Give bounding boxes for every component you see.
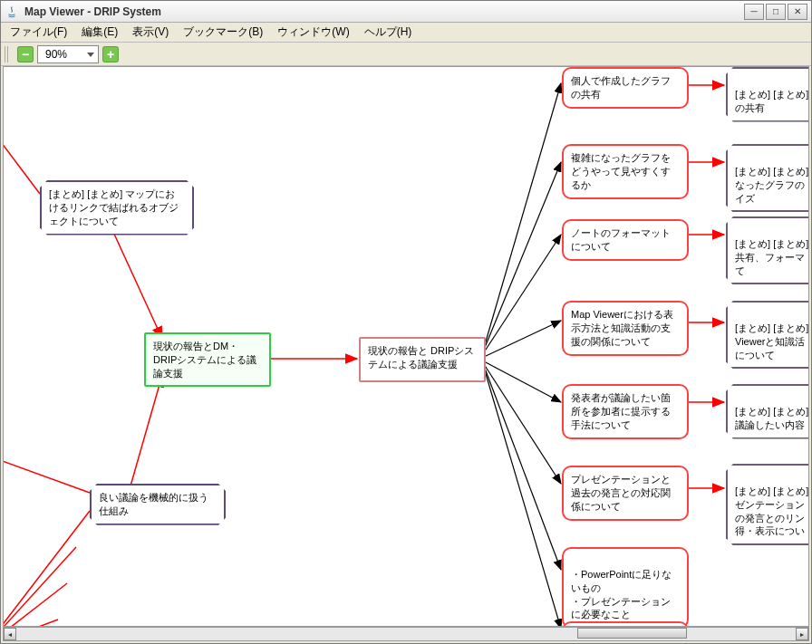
- node-text: 発表者が議論したい箇所を参加者に提示する手法について: [571, 392, 671, 430]
- svg-line-10: [484, 366, 561, 570]
- node-project-meeting[interactable]: プロジェクトミーティングにおけるDRIPシステム: [562, 621, 689, 627]
- node-text: 良い議論を機械的に扱う仕組み: [99, 492, 208, 516]
- node-mapviewer-display[interactable]: Map Viewerにおける表示方法と知識活動の支援の関係について: [562, 301, 689, 356]
- zoom-select[interactable]: 90%: [37, 45, 99, 63]
- node-text: [まとめ] [まとめ] Viewerと知識活 について: [735, 322, 808, 360]
- maximize-button[interactable]: □: [766, 4, 786, 20]
- menubar: ファイル(F) 編集(E) 表示(V) ブックマーク(B) ウィンドウ(W) ヘ…: [1, 23, 811, 43]
- node-text: プレゼンテーションと過去の発言との対応関係について: [571, 474, 671, 512]
- zoom-out-button[interactable]: −: [17, 46, 34, 62]
- node-good-discussion[interactable]: 良い議論を機械的に扱う仕組み: [90, 484, 226, 525]
- svg-line-4: [484, 83, 561, 348]
- close-button[interactable]: ✕: [788, 4, 807, 20]
- toolbar: − 90% +: [1, 43, 811, 66]
- svg-line-0: [4, 121, 40, 194]
- scroll-track[interactable]: [16, 628, 796, 640]
- node-summary-r10[interactable]: [まとめ] [まとめ] ゼンテーション の発言とのリン 得・表示につい: [726, 464, 809, 545]
- window-title: Map Viewer - DRIP System: [24, 5, 744, 18]
- node-text: 複雑になったグラフをどうやって見やすくするか: [571, 152, 671, 190]
- node-summary-r7[interactable]: [まとめ] [まとめ] 共有、フォーマ て: [726, 216, 809, 284]
- node-text: ・PowerPointに足りないもの ・プレゼンテーションに必要なこと: [571, 569, 672, 620]
- node-text: Map Viewerにおける表示方法と知識活動の支援の関係について: [571, 309, 673, 347]
- menu-window[interactable]: ウィンドウ(W): [274, 23, 353, 42]
- node-presentation-mapping[interactable]: プレゼンテーションと過去の発言との対応関係について: [562, 466, 689, 521]
- svg-line-11: [484, 368, 561, 626]
- svg-line-2: [126, 375, 162, 502]
- svg-line-7: [484, 321, 561, 357]
- titlebar: Map Viewer - DRIP System ─ □ ✕: [1, 1, 811, 23]
- node-text: [まとめ] [まとめ] ゼンテーション の発言とのリン 得・表示につい: [735, 485, 808, 537]
- menu-view[interactable]: 表示(V): [129, 23, 172, 42]
- node-text: ノートのフォーマットについて: [571, 227, 671, 252]
- scroll-thumb[interactable]: [577, 628, 686, 639]
- menu-bookmark[interactable]: ブックマーク(B): [179, 23, 266, 42]
- node-summary-r9[interactable]: [まとめ] [まとめ] 議論したい内容: [726, 384, 809, 439]
- node-share-graph[interactable]: 個人で作成したグラフの共有: [562, 67, 689, 109]
- node-text: 現状の報告と DRIPシステムによる議論支援: [368, 345, 474, 370]
- node-text: [まとめ] [まとめ] なったグラフの イズ: [735, 166, 808, 204]
- node-summary-r8[interactable]: [まとめ] [まとめ] Viewerと知識活 について: [726, 301, 809, 369]
- svg-line-8: [484, 361, 561, 402]
- svg-line-23: [4, 457, 90, 493]
- svg-line-21: [4, 620, 58, 626]
- node-presenter-topic[interactable]: 発表者が議論したい箇所を参加者に提示する手法について: [562, 384, 689, 439]
- node-text: 現状の報告とDM・DRIPシステムによる議論支援: [153, 341, 256, 379]
- hscrollbar[interactable]: ◂ ▸: [3, 627, 809, 641]
- node-summary-r5[interactable]: [まとめ] [まとめ] の共有: [726, 67, 809, 122]
- zoom-in-button[interactable]: +: [102, 46, 119, 62]
- node-powerpoint[interactable]: ・PowerPointに足りないもの ・プレゼンテーションに必要なこと: [562, 547, 689, 627]
- scroll-right-button[interactable]: ▸: [796, 628, 808, 640]
- node-green-report[interactable]: 現状の報告とDM・DRIPシステムによる議論支援: [144, 332, 271, 387]
- svg-line-5: [484, 162, 561, 350]
- toolbar-grip[interactable]: [5, 46, 10, 62]
- node-text: [まとめ] [まとめ] の共有: [735, 89, 808, 113]
- svg-line-20: [4, 583, 67, 626]
- zoom-value: 90%: [45, 48, 67, 61]
- node-summary-links[interactable]: [まとめ] [まとめ] マップにおけるリンクで結ばれるオブジェクトについて: [40, 180, 194, 235]
- minimize-button[interactable]: ─: [744, 4, 764, 20]
- node-complex-graph[interactable]: 複雑になったグラフをどうやって見やすくするか: [562, 144, 689, 199]
- node-summary-r6[interactable]: [まとめ] [まとめ] なったグラフの イズ: [726, 144, 809, 212]
- node-text: [まとめ] [まとめ] 共有、フォーマ て: [735, 238, 808, 276]
- svg-line-1: [112, 230, 162, 339]
- menu-help[interactable]: ヘルプ(H): [361, 23, 416, 42]
- diagram-canvas[interactable]: [まとめ] [まとめ] マップにおけるリンクで結ばれるオブジェクトについて 現状…: [3, 66, 809, 627]
- menu-file[interactable]: ファイル(F): [6, 23, 71, 42]
- node-text: [まとめ] [まとめ] マップにおけるリンクで結ばれるオブジェクトについて: [49, 188, 179, 226]
- node-note-format[interactable]: ノートのフォーマットについて: [562, 219, 689, 261]
- node-text: 個人で作成したグラフの共有: [571, 75, 671, 100]
- node-drip-report[interactable]: 現状の報告と DRIPシステムによる議論支援: [359, 337, 486, 382]
- scroll-left-button[interactable]: ◂: [4, 628, 16, 640]
- svg-line-18: [4, 511, 90, 626]
- svg-line-9: [484, 364, 561, 484]
- app-icon: [5, 5, 19, 19]
- svg-line-6: [484, 235, 561, 352]
- svg-line-19: [4, 547, 76, 626]
- menu-edit[interactable]: 編集(E): [78, 23, 121, 42]
- node-text: [まとめ] [まとめ] 議論したい内容: [735, 406, 808, 430]
